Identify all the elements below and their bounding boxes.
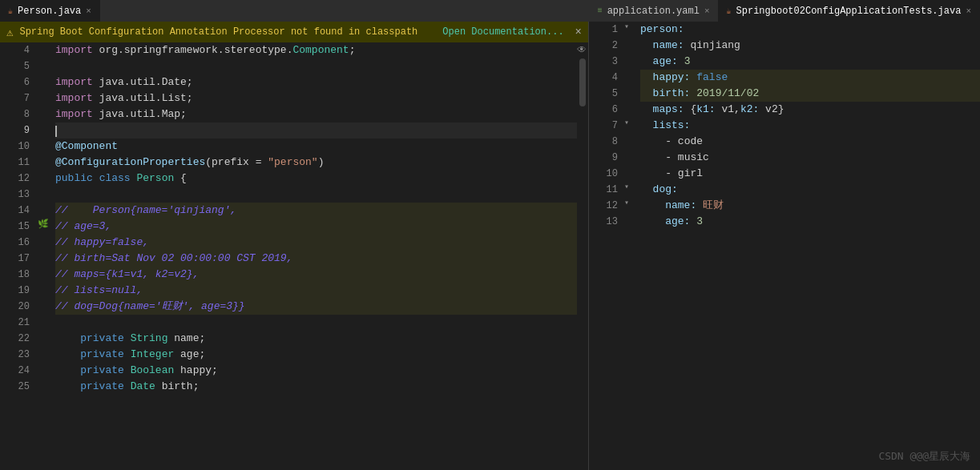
tab-label: Person.java <box>18 6 81 17</box>
code-line-13 <box>55 187 577 203</box>
line-num-10: 10 <box>0 139 30 155</box>
code-line-12: public class Person { <box>55 171 577 187</box>
code-line-4: import org.springframework.stereotype.Co… <box>55 42 577 58</box>
line-num-12: 12 <box>0 171 30 187</box>
line-num-18: 18 <box>0 267 30 283</box>
yaml-editor-wrapper: 1 2 3 4 5 6 7 8 9 10 11 12 13 ▾ ▾ ▾ ▾ <box>589 22 980 470</box>
tab-bar: ☕ Person.java × ≡ application.yaml × ☕ S… <box>0 0 980 22</box>
tab-label: application.yaml <box>607 6 700 17</box>
yaml-line-10: - girl <box>640 166 980 182</box>
fold-arrow-1[interactable]: ▾ <box>624 22 629 31</box>
code-line-23: private Integer age; <box>55 347 577 363</box>
tab-application-yaml[interactable]: ≡ application.yaml × <box>590 0 719 22</box>
yaml-line-6: maps: {k1: v1,k2: v2} <box>640 102 980 118</box>
yaml-line-numbers: 1 2 3 4 5 6 7 8 9 10 11 12 13 <box>589 22 623 470</box>
warning-bar: ⚠ Spring Boot Configuration Annotation P… <box>0 22 588 42</box>
code-line-17: // birth=Sat Nov 02 00:00:00 CST 2019, <box>55 251 577 267</box>
line-num-7: 7 <box>0 90 30 106</box>
yaml-icon: ≡ <box>598 6 603 15</box>
yaml-line-13: age: 3 <box>640 214 980 230</box>
yaml-line-11: dog: <box>640 182 980 198</box>
java-code-editor[interactable]: 4 5 6 7 8 9 10 11 12 13 14 15 16 17 18 1… <box>0 42 588 470</box>
yaml-line-9: - music <box>640 150 980 166</box>
yaml-line-num-4: 4 <box>589 70 618 86</box>
code-line-6: import java.util.Date; <box>55 74 577 90</box>
java-editor-panel: ⚠ Spring Boot Configuration Annotation P… <box>0 22 589 470</box>
tab-label: Springboot02ConfigApplicationTests.java <box>736 6 962 17</box>
tab-person-java[interactable]: ☕ Person.java × <box>0 0 100 22</box>
yaml-line-1: person: <box>640 22 980 38</box>
code-content[interactable]: import org.springframework.stereotype.Co… <box>52 42 577 470</box>
code-line-20: // dog=Dog{name='旺财', age=3}} <box>55 299 577 315</box>
watermark: CSDN @@@星辰大海 <box>878 449 970 464</box>
code-line-7: import java.util.List; <box>55 90 577 106</box>
code-line-9 <box>55 123 577 139</box>
yaml-line-num-1: 1 <box>589 22 618 38</box>
yaml-line-num-2: 2 <box>589 38 618 54</box>
line-num-8: 8 <box>0 106 30 123</box>
line-num-20: 20 <box>0 299 30 315</box>
fold-arrow-12[interactable]: ▾ <box>624 198 629 207</box>
yaml-line-num-6: 6 <box>589 102 618 118</box>
open-documentation-link[interactable]: Open Documentation... <box>442 26 563 38</box>
code-line-22: private String name; <box>55 331 577 347</box>
line-num-22: 22 <box>0 331 30 347</box>
close-warning-icon[interactable]: × <box>575 26 582 38</box>
yaml-line-4: happy: false <box>640 70 980 86</box>
yaml-line-num-7: 7 <box>589 118 618 134</box>
line-num-4: 4 <box>0 42 30 58</box>
line-num-17: 17 <box>0 251 30 267</box>
yaml-content[interactable]: person: name: qinjiang age: 3 happy: fal… <box>637 22 980 470</box>
code-line-16: // happy=false, <box>55 235 577 251</box>
tab-close-icon[interactable]: × <box>966 6 971 16</box>
scrollbar[interactable]: 👁 <box>577 42 588 470</box>
yaml-line-num-8: 8 <box>589 134 618 150</box>
yaml-line-num-12: 12 <box>589 198 618 214</box>
fold-arrow-7[interactable]: ▾ <box>624 118 629 127</box>
yaml-line-8: - code <box>640 134 980 150</box>
code-line-14: // Person{name='qinjiang', <box>55 203 577 219</box>
code-line-25: private Date birth; <box>55 379 577 395</box>
scroll-thumb[interactable] <box>579 58 586 106</box>
line-num-13: 13 <box>0 187 30 203</box>
warning-icon: ⚠ <box>6 26 13 39</box>
line-num-11: 11 <box>0 155 30 171</box>
line-num-23: 23 <box>0 347 30 363</box>
editor-container: ⚠ Spring Boot Configuration Annotation P… <box>0 22 980 470</box>
line-num-9: 9 <box>0 123 30 139</box>
line-num-6: 6 <box>0 74 30 90</box>
java-icon: ☕ <box>8 6 13 16</box>
line-num-24: 24 <box>0 363 30 379</box>
fold-arrow-11[interactable]: ▾ <box>624 182 629 191</box>
code-line-8: import java.util.Map; <box>55 106 577 123</box>
yaml-line-3: age: 3 <box>640 54 980 70</box>
tab-close-icon[interactable]: × <box>86 6 91 16</box>
code-line-21 <box>55 315 577 331</box>
line-num-19: 19 <box>0 283 30 299</box>
tab-springboot-test[interactable]: ☕ Springboot02ConfigApplicationTests.jav… <box>719 0 981 22</box>
yaml-editor-panel[interactable]: 1 2 3 4 5 6 7 8 9 10 11 12 13 ▾ ▾ ▾ ▾ <box>589 22 980 470</box>
line-numbers: 4 5 6 7 8 9 10 11 12 13 14 15 16 17 18 1… <box>0 42 36 470</box>
yaml-line-num-13: 13 <box>589 214 618 230</box>
code-line-18: // maps={k1=v1, k2=v2}, <box>55 267 577 283</box>
code-line-10: @Component <box>55 139 577 155</box>
yaml-line-num-10: 10 <box>589 166 618 182</box>
yaml-line-num-5: 5 <box>589 86 618 102</box>
line-num-15: 15 <box>0 219 30 235</box>
line-num-14: 14 <box>0 203 30 219</box>
warning-message: Spring Boot Configuration Annotation Pro… <box>19 26 417 38</box>
code-line-5 <box>55 58 577 74</box>
tab-close-icon[interactable]: × <box>704 6 710 16</box>
line-num-5: 5 <box>0 58 30 74</box>
code-line-11: @ConfigurationProperties(prefix = "perso… <box>55 155 577 171</box>
gutter: 🌿 <box>36 42 52 470</box>
yaml-line-7: lists: <box>640 118 980 134</box>
yaml-line-num-9: 9 <box>589 150 618 166</box>
yaml-line-num-11: 11 <box>589 182 618 198</box>
yaml-gutter: ▾ ▾ ▾ ▾ <box>623 22 637 470</box>
eye-icon: 👁 <box>577 44 587 56</box>
code-line-24: private Boolean happy; <box>55 363 577 379</box>
yaml-line-2: name: qinjiang <box>640 38 980 54</box>
line-num-16: 16 <box>0 235 30 251</box>
java-icon: ☕ <box>727 6 732 16</box>
